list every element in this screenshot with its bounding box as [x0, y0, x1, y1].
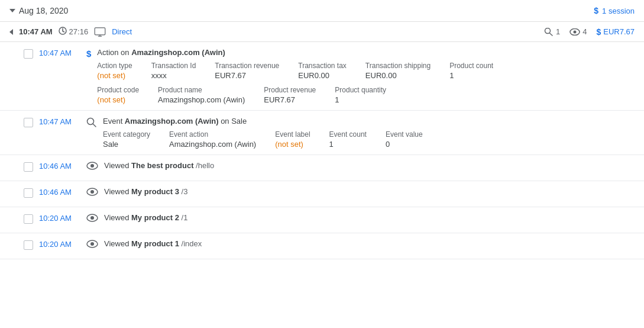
- detail-label: Transaction shipping: [365, 62, 431, 70]
- svg-rect-3: [95, 27, 105, 34]
- hit-container: 10:46 AM Viewed The best product /hello: [0, 155, 644, 181]
- revenue-dollar-icon: $: [596, 27, 601, 37]
- detail-value: 1: [449, 71, 493, 80]
- hit-row: 10:46 AM Viewed My product 3 /3: [0, 181, 644, 207]
- hit-title-main: Amazingshop.com (Awin): [125, 117, 219, 126]
- detail-group: Event category Sale: [103, 130, 150, 149]
- hit-icon: [86, 239, 98, 250]
- hit-title: Viewed My product 2 /1: [104, 213, 635, 222]
- hit-title-main: My product 2: [131, 213, 179, 222]
- hit-container: 10:47 AM $ Action on Amazingshop.com (Aw…: [0, 42, 644, 111]
- hit-title-prefix: Event: [103, 117, 125, 126]
- detail-label: Transaction tax: [298, 62, 347, 70]
- detail-group: Event value 0: [386, 130, 423, 149]
- hit-title-prefix: Viewed: [104, 239, 131, 248]
- svg-point-6: [545, 28, 550, 33]
- session-count: 1 session: [602, 7, 635, 15]
- hit-details-row1: Action type (not set) Transaction Id xxx…: [97, 62, 635, 80]
- session-row-left: 10:47 AM 27:16 Direct: [9, 27, 537, 37]
- revenue-stat: $ EUR7.67: [596, 27, 635, 37]
- hits-stat: 1: [544, 27, 560, 36]
- hit-path: /hello: [196, 161, 214, 170]
- detail-label: Event category: [103, 130, 150, 139]
- views-stat: 4: [569, 27, 587, 36]
- detail-group: Product quantity 1: [335, 86, 386, 104]
- date-header-right: $ 1 session: [594, 6, 635, 15]
- hit-checkbox[interactable]: [24, 214, 33, 224]
- hit-content: Viewed My product 1 /index: [104, 239, 635, 253]
- detail-label: Product count: [449, 62, 493, 70]
- hit-title-prefix: Viewed: [104, 161, 131, 170]
- svg-point-9: [574, 30, 577, 33]
- hit-title-suffix: on Sale: [219, 117, 247, 126]
- hit-content: Viewed The best product /hello: [104, 161, 635, 175]
- hit-container: 10:20 AM Viewed My product 1 /index: [0, 233, 644, 259]
- session-row-right: 1 4 $ EUR7.67: [544, 27, 635, 37]
- hit-row: 10:46 AM Viewed The best product /hello: [0, 155, 644, 181]
- hit-title: Viewed My product 3 /3: [104, 187, 635, 196]
- detail-value: xxxx: [151, 71, 196, 80]
- dollar-hit-icon: $: [86, 49, 91, 59]
- hit-checkbox[interactable]: [24, 188, 33, 198]
- detail-label: Event count: [329, 130, 367, 139]
- hit-checkbox[interactable]: [24, 162, 33, 172]
- detail-value: Amazingshop.com (Awin): [158, 95, 245, 104]
- session-toggle-icon[interactable]: [9, 29, 13, 35]
- session-channel: Direct: [112, 27, 132, 36]
- hit-checkbox[interactable]: [24, 118, 33, 127]
- detail-label: Transaction Id: [151, 62, 196, 70]
- detail-label: Product quantity: [335, 86, 386, 94]
- hit-path: /index: [182, 239, 202, 248]
- detail-group: Product count 1: [449, 62, 493, 80]
- search-hit-icon: [86, 117, 97, 128]
- hit-time: 10:20 AM: [39, 239, 80, 249]
- date-text: Aug 18, 2020: [19, 6, 68, 15]
- detail-label: Transaction revenue: [215, 62, 279, 70]
- detail-group: Event label (not set): [275, 130, 310, 149]
- hit-title-main: The best product: [131, 161, 193, 170]
- chevron-down-icon[interactable]: [9, 9, 15, 12]
- detail-group: Product code (not set): [97, 86, 139, 104]
- detail-group: Transaction Id xxxx: [151, 62, 196, 80]
- detail-value: (not set): [97, 71, 132, 80]
- detail-label: Event value: [386, 130, 423, 139]
- detail-value: 0: [386, 140, 423, 149]
- hit-content: Event Amazingshop.com (Awin) on Sale Eve…: [103, 117, 635, 149]
- hit-content: Action on Amazingshop.com (Awin) Action …: [97, 48, 635, 104]
- detail-value: 1: [329, 140, 367, 149]
- hit-container: 10:46 AM Viewed My product 3 /3: [0, 181, 644, 207]
- session-revenue: EUR7.67: [603, 27, 635, 36]
- dollar-icon: $: [594, 6, 598, 15]
- monitor-icon: [94, 27, 106, 37]
- hit-title-prefix: Action on: [97, 48, 131, 57]
- hit-time: 10:46 AM: [39, 161, 80, 171]
- hit-icon: [86, 161, 98, 172]
- hit-path: /3: [182, 187, 188, 196]
- detail-value: EUR7.67: [264, 95, 316, 104]
- detail-group: Product revenue EUR7.67: [264, 86, 316, 104]
- detail-value: 1: [335, 95, 386, 104]
- hit-title: Action on Amazingshop.com (Awin): [97, 48, 635, 57]
- svg-line-7: [549, 33, 552, 36]
- views-count: 4: [582, 27, 587, 36]
- detail-value: (not set): [275, 140, 310, 149]
- detail-group: Action type (not set): [97, 62, 132, 80]
- hit-checkbox[interactable]: [24, 240, 33, 250]
- svg-line-2: [63, 31, 64, 33]
- detail-value: EUR7.67: [215, 71, 279, 80]
- hit-time: 10:20 AM: [39, 213, 80, 223]
- hit-title: Viewed The best product /hello: [104, 161, 635, 170]
- date-header: Aug 18, 2020 $ 1 session: [0, 0, 644, 22]
- hit-time: 10:47 AM: [39, 117, 80, 126]
- hit-title-prefix: Viewed: [104, 213, 131, 222]
- session-row: 10:47 AM 27:16 Direct: [0, 22, 644, 42]
- hit-time: 10:46 AM: [39, 187, 80, 197]
- detail-value: EUR0.00: [365, 71, 431, 80]
- hit-icon: [86, 213, 98, 224]
- hit-container: 10:47 AM Event Amazingshop.com (Awin) on…: [0, 111, 644, 155]
- hits-icon: [544, 28, 554, 36]
- hit-title: Event Amazingshop.com (Awin) on Sale: [103, 117, 635, 126]
- hit-checkbox[interactable]: [24, 49, 33, 59]
- eye-hit-icon: [86, 162, 98, 170]
- hits-container: 10:47 AM $ Action on Amazingshop.com (Aw…: [0, 42, 644, 259]
